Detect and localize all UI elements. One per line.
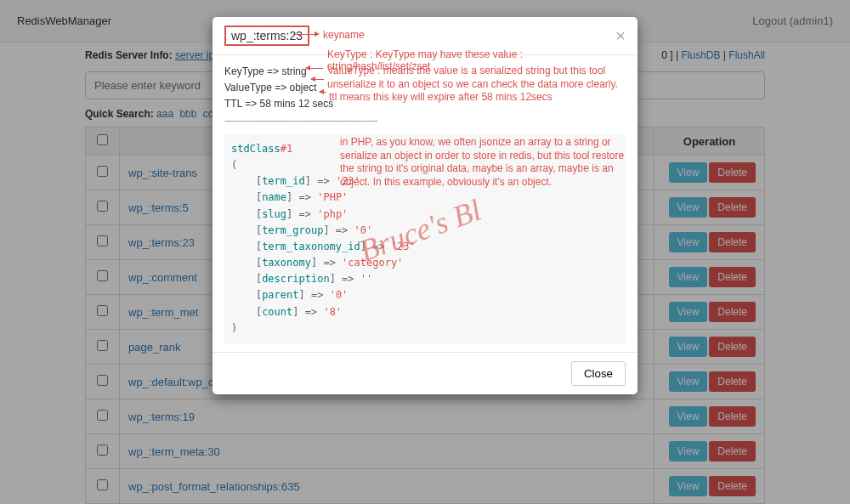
meta-keytype: KeyType => string: [224, 64, 626, 80]
meta-valuetype: ValueType => object: [224, 80, 626, 96]
meta-separator: ----------------------------------------…: [224, 113, 626, 129]
modal-title: wp_:terms:23: [224, 25, 309, 46]
meta-ttl: TTL => 58 mins 12 secs: [224, 96, 626, 112]
code-block: stdClass#1 ( [term_id] => '23' [name] =>…: [224, 134, 626, 343]
close-button[interactable]: Close: [571, 361, 626, 386]
key-detail-modal: wp_:terms:23 × KeyType => string ValueTy…: [212, 17, 638, 394]
close-icon[interactable]: ×: [615, 26, 626, 46]
